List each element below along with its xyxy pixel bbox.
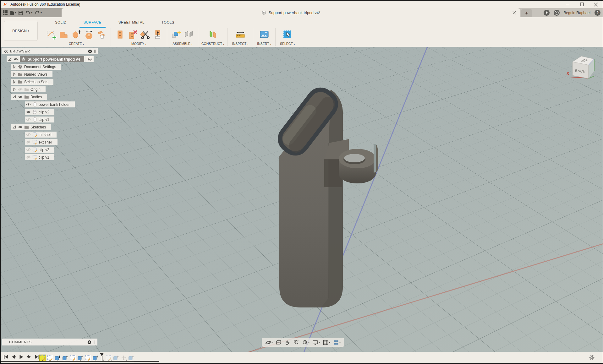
- extrude-button[interactable]: [70, 28, 82, 41]
- extensions-icon[interactable]: [544, 10, 550, 16]
- extend-button[interactable]: [152, 28, 164, 41]
- workspace-selector-button[interactable]: DESIGN: [4, 21, 38, 41]
- visibility-eye-icon[interactable]: [26, 110, 31, 114]
- group-label-assemble[interactable]: ASSEMBLE: [173, 42, 193, 46]
- visibility-eye-icon[interactable]: [18, 125, 23, 129]
- browser-item-bodies[interactable]: Bodies: [11, 94, 47, 100]
- look-at-button[interactable]: [275, 340, 282, 345]
- visibility-eye-off-icon[interactable]: [26, 117, 31, 122]
- go-to-start-button[interactable]: [3, 354, 8, 359]
- revolve-button[interactable]: [83, 28, 95, 41]
- view-cube[interactable]: TOP BACK X: [564, 50, 601, 86]
- delete-face-button[interactable]: [127, 28, 139, 41]
- expand-arrow-icon[interactable]: [12, 87, 16, 91]
- collapse-panel-icon[interactable]: [4, 50, 8, 53]
- patch-button[interactable]: [58, 28, 70, 41]
- group-label-modify[interactable]: MODIFY: [131, 42, 146, 46]
- create-sketch-button[interactable]: [45, 28, 57, 41]
- tab-surface[interactable]: SURFACE: [75, 17, 110, 28]
- zoom-button[interactable]: [292, 340, 300, 345]
- display-settings-button[interactable]: [311, 340, 321, 345]
- app-grid-icon[interactable]: [3, 10, 8, 15]
- step-back-button[interactable]: [11, 354, 16, 359]
- visibility-eye-icon[interactable]: [26, 102, 31, 107]
- grid-settings-button[interactable]: [322, 340, 331, 345]
- user-name[interactable]: Beguin Raphael: [564, 11, 590, 15]
- browser-item-ext-shell-sketch[interactable]: ext shell: [25, 139, 58, 145]
- browser-item-int-shell-sketch[interactable]: int shell: [25, 132, 57, 138]
- browser-item-origin[interactable]: Origin: [11, 86, 46, 92]
- browser-root-selected[interactable]: Support powerbank tripod v4: [20, 56, 84, 62]
- maximize-button[interactable]: [575, 1, 589, 8]
- remove-panel-icon[interactable]: [88, 49, 92, 53]
- step-forward-button[interactable]: [27, 354, 32, 359]
- activate-component-radio[interactable]: [86, 56, 93, 62]
- group-label-inspect[interactable]: INSPECT: [232, 42, 249, 46]
- expand-arrow-icon[interactable]: [12, 72, 16, 76]
- unstitch-button[interactable]: [114, 28, 126, 41]
- browser-item-clip-v1-sketch[interactable]: clip v1: [25, 154, 54, 160]
- tab-solid[interactable]: SOLID: [47, 17, 75, 28]
- fit-button[interactable]: [301, 340, 310, 345]
- visibility-eye-off-icon[interactable]: [18, 87, 23, 92]
- new-tab-button[interactable]: +: [521, 9, 532, 17]
- visibility-eye-off-icon[interactable]: [26, 140, 31, 144]
- offset-plane-button[interactable]: [207, 28, 219, 41]
- measure-button[interactable]: [234, 28, 246, 41]
- group-label-insert[interactable]: INSERT: [257, 42, 271, 46]
- go-to-end-button[interactable]: [35, 354, 40, 359]
- tab-tools[interactable]: TOOLS: [153, 17, 183, 28]
- model-powerbank-holder[interactable]: [270, 82, 383, 316]
- tab-close-icon[interactable]: [511, 10, 517, 15]
- sweep-button[interactable]: [96, 28, 107, 41]
- redo-button[interactable]: [35, 10, 42, 15]
- browser-item-power-bank-holder[interactable]: power bank holder: [25, 101, 75, 107]
- browser-item-sketches[interactable]: Sketches: [11, 124, 51, 130]
- visibility-eye-icon[interactable]: [18, 95, 23, 99]
- browser-item-selection-sets[interactable]: Selection Sets: [11, 79, 53, 85]
- minimize-button[interactable]: [561, 1, 575, 8]
- joint-button[interactable]: [183, 28, 195, 41]
- close-button[interactable]: [589, 1, 603, 8]
- collapse-arrow-icon[interactable]: [12, 95, 16, 99]
- new-component-button[interactable]: [170, 28, 182, 41]
- add-comment-icon[interactable]: [87, 340, 91, 344]
- document-tab[interactable]: Support powerbank tripod v4*: [62, 8, 520, 17]
- collapse-arrow-icon[interactable]: [8, 57, 12, 61]
- orbit-button[interactable]: [264, 340, 274, 345]
- browser-item-clip-v2-body[interactable]: clip v2: [25, 109, 54, 115]
- collapse-arrow-icon[interactable]: [12, 125, 16, 129]
- expand-arrow-icon[interactable]: [12, 65, 16, 69]
- canvas-button[interactable]: [258, 28, 270, 41]
- viewport-3d[interactable]: TOP BACK X BROWSER Support powerbank tri…: [0, 47, 603, 364]
- browser-item-document-settings[interactable]: Document Settings: [11, 64, 61, 70]
- save-button[interactable]: [18, 10, 23, 15]
- browser-item-root[interactable]: Support powerbank tripod v4: [7, 56, 94, 62]
- trim-button[interactable]: [139, 28, 151, 41]
- play-button[interactable]: [19, 354, 24, 359]
- tab-sheet-metal[interactable]: SHEET METAL: [110, 17, 153, 28]
- timeline-settings-gear-icon[interactable]: [589, 355, 595, 362]
- help-icon[interactable]: ?: [595, 10, 600, 16]
- browser-item-clip-v1-body[interactable]: clip v1: [25, 117, 54, 122]
- viewports-button[interactable]: [332, 340, 342, 345]
- expand-arrow-icon[interactable]: [12, 80, 16, 84]
- visibility-eye-icon[interactable]: [14, 57, 18, 62]
- panel-drag-grip[interactable]: [94, 340, 95, 344]
- visibility-eye-off-icon[interactable]: [26, 147, 31, 152]
- visibility-eye-off-icon[interactable]: [26, 132, 31, 137]
- browser-header[interactable]: BROWSER: [2, 48, 98, 54]
- panel-drag-grip[interactable]: [94, 50, 96, 53]
- group-label-construct[interactable]: CONSTRUCT: [201, 42, 224, 46]
- select-button[interactable]: [282, 28, 293, 41]
- timeline-scrollbar[interactable]: [1, 361, 159, 362]
- comments-panel[interactable]: COMMENTS: [2, 339, 97, 345]
- browser-item-named-views[interactable]: Named Views: [11, 71, 52, 77]
- browser-item-clip-v2-sketch[interactable]: clip v2: [25, 147, 54, 153]
- pan-button[interactable]: [283, 340, 291, 345]
- group-label-select[interactable]: SELECT: [280, 42, 295, 46]
- undo-button[interactable]: [25, 10, 32, 15]
- visibility-eye-off-icon[interactable]: [26, 155, 31, 160]
- job-status-clock-icon[interactable]: [554, 10, 560, 16]
- file-menu-button[interactable]: [10, 10, 16, 15]
